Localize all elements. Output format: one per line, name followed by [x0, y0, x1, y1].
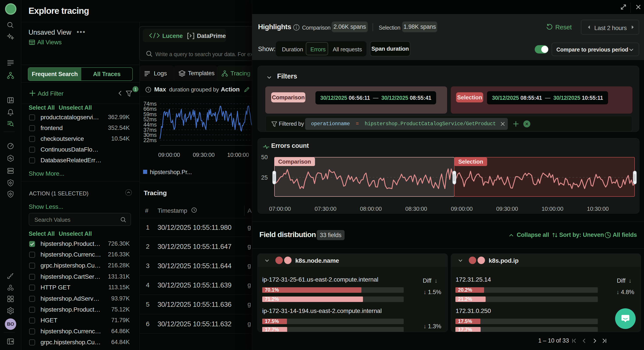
svg-text:09:00:00: 09:00:00: [158, 151, 180, 158]
svg-text:66ms: 66ms: [144, 106, 156, 112]
svg-text:22ms: 22ms: [144, 137, 156, 143]
svg-text:09:30:00: 09:30:00: [193, 151, 215, 158]
svg-text:10:00:00: 10:00:00: [227, 151, 249, 158]
